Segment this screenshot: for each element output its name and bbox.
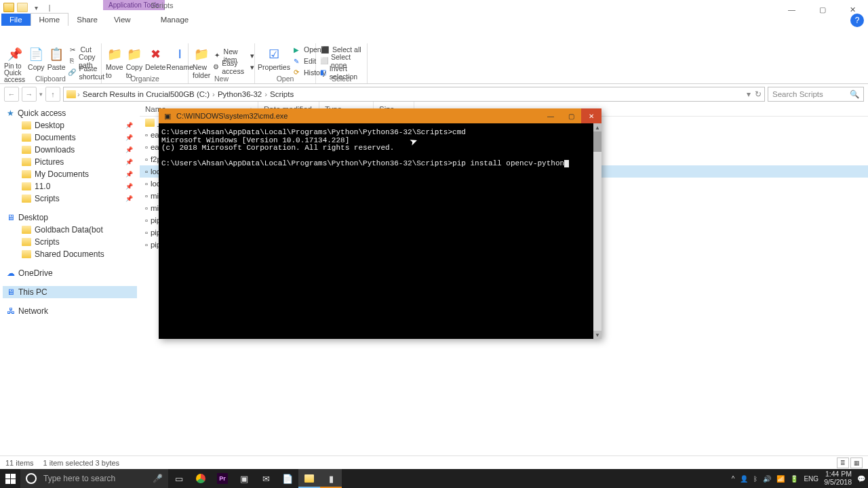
notepad-icon[interactable]: 📄 bbox=[277, 469, 298, 488]
chrome-icon[interactable] bbox=[190, 469, 212, 488]
pin-icon: 📌 bbox=[125, 195, 133, 202]
app-icon[interactable]: ▣ bbox=[233, 469, 255, 488]
copy-to-button[interactable]: 📁Copy to bbox=[126, 45, 143, 77]
sidebar-item[interactable]: Desktop📌 bbox=[3, 119, 137, 131]
star-icon: ★ bbox=[7, 108, 14, 118]
tab-manage[interactable]: Manage bbox=[153, 14, 197, 26]
language-icon[interactable]: ENG bbox=[804, 475, 818, 483]
bluetooth-icon[interactable]: ᛒ bbox=[753, 475, 757, 483]
breadcrumb[interactable]: Search Results in Crucial500GB (C:) bbox=[81, 90, 211, 98]
cmd-maximize-button[interactable]: ▢ bbox=[561, 108, 581, 123]
cmd-close-button[interactable]: ✕ bbox=[581, 108, 601, 123]
move-to-button[interactable]: 📁Move to bbox=[106, 45, 123, 77]
sidebar-onedrive[interactable]: ☁OneDrive bbox=[3, 267, 137, 279]
sidebar-network[interactable]: 🖧Network bbox=[3, 305, 137, 317]
address-bar[interactable]: › Search Results in Crucial500GB (C:)› P… bbox=[63, 87, 765, 102]
help-icon[interactable]: ? bbox=[850, 14, 864, 27]
tab-home[interactable]: Home bbox=[31, 13, 69, 26]
cmd-window: ▣ C:\WINDOWS\system32\cmd.exe — ▢ ✕ C:\U… bbox=[159, 108, 601, 339]
paste-icon: 📋 bbox=[48, 47, 64, 62]
pin-icon: 📌 bbox=[125, 159, 133, 165]
dropdown-icon[interactable]: ▾ bbox=[747, 89, 751, 99]
paste-button[interactable]: 📋Paste bbox=[47, 45, 66, 77]
folder-icon bbox=[22, 158, 31, 166]
pin-icon: 📌 bbox=[125, 183, 133, 190]
minimize-button[interactable]: — bbox=[776, 0, 807, 19]
folder-icon bbox=[145, 119, 155, 127]
tab-share[interactable]: Share bbox=[68, 14, 106, 26]
file-icon: ▫ bbox=[145, 143, 148, 151]
sidebar-item[interactable]: Pictures📌 bbox=[3, 156, 137, 168]
group-label: Organize bbox=[102, 75, 188, 83]
wifi-icon[interactable]: 📶 bbox=[776, 475, 785, 483]
cmd-titlebar[interactable]: ▣ C:\WINDOWS\system32\cmd.exe — ▢ ✕ bbox=[159, 108, 601, 123]
folder-icon bbox=[22, 250, 31, 258]
cmd-scrollbar[interactable]: ▲ ▼ bbox=[593, 123, 601, 339]
cmd-output[interactable]: C:\Users\Ahsan\AppData\Local\Programs\Py… bbox=[159, 123, 601, 171]
sidebar-item[interactable]: Downloads📌 bbox=[3, 144, 137, 156]
outlook-icon[interactable]: ✉ bbox=[255, 469, 277, 488]
sidebar-item[interactable]: Documents📌 bbox=[3, 131, 137, 144]
navigation-pane: ★Quick access Desktop📌Documents📌Download… bbox=[0, 102, 140, 485]
maximize-button[interactable]: ▢ bbox=[807, 0, 837, 19]
breadcrumb[interactable]: Scripts bbox=[269, 90, 295, 98]
search-input[interactable]: Search Scripts🔍 bbox=[768, 87, 864, 102]
sidebar-item[interactable]: Goldbach Data(bot bbox=[3, 224, 137, 236]
file-icon: ▫ bbox=[145, 204, 148, 212]
file-icon: ▫ bbox=[145, 155, 148, 163]
new-folder-button[interactable]: 📁New folder bbox=[193, 45, 210, 77]
folder-icon bbox=[22, 195, 31, 203]
easy-access-button[interactable]: ⚙Easy access ▾ bbox=[213, 62, 254, 72]
tab-view[interactable]: View bbox=[106, 14, 139, 26]
group-label: Clipboard bbox=[0, 75, 101, 83]
clock[interactable]: 1:44 PM9/5/2018 bbox=[824, 470, 852, 486]
properties-button[interactable]: ☑Properties bbox=[259, 45, 289, 77]
task-view-button[interactable]: ▭ bbox=[168, 469, 190, 488]
tray-icon[interactable]: ^ bbox=[732, 475, 735, 483]
delete-button[interactable]: ✖Delete bbox=[145, 45, 165, 77]
scroll-down-icon[interactable]: ▼ bbox=[593, 331, 601, 339]
sidebar-item[interactable]: 🖥Desktop bbox=[3, 211, 137, 224]
scroll-thumb[interactable] bbox=[593, 131, 601, 152]
new-folder-icon: 📁 bbox=[193, 47, 210, 62]
cortana-icon bbox=[26, 473, 37, 484]
copy-icon: 📄 bbox=[28, 47, 44, 62]
cmd-minimize-button[interactable]: — bbox=[540, 108, 561, 123]
sidebar-item[interactable]: 11.0📌 bbox=[3, 180, 137, 192]
notifications-icon[interactable]: 💬 bbox=[857, 475, 865, 483]
refresh-icon[interactable]: ↻ bbox=[755, 89, 762, 99]
scroll-up-icon[interactable]: ▲ bbox=[593, 123, 601, 131]
people-icon[interactable]: 👤 bbox=[740, 475, 748, 483]
breadcrumb[interactable]: Python36-32 bbox=[216, 90, 263, 98]
group-label: New bbox=[189, 75, 254, 83]
sidebar-item[interactable]: Scripts bbox=[3, 236, 137, 248]
start-button[interactable] bbox=[0, 469, 20, 488]
battery-icon[interactable]: 🔋 bbox=[790, 475, 798, 483]
sidebar-quick-access[interactable]: ★Quick access bbox=[3, 107, 137, 119]
folder-icon bbox=[22, 134, 31, 142]
up-button[interactable]: ↑ bbox=[45, 87, 60, 102]
status-selection: 1 item selected 3 bytes bbox=[43, 459, 120, 467]
cmd-taskbar-icon[interactable]: ▮ bbox=[320, 469, 342, 488]
thumbnails-view-button[interactable]: ▦ bbox=[850, 458, 863, 468]
copy-button[interactable]: 📄Copy bbox=[28, 45, 45, 77]
sidebar-item[interactable]: Shared Documents bbox=[3, 248, 137, 260]
select-all-icon: ⬛ bbox=[320, 45, 330, 54]
sidebar-this-pc[interactable]: 🖥This PC bbox=[3, 286, 137, 298]
details-view-button[interactable]: ≣ bbox=[837, 458, 849, 468]
explorer-icon[interactable] bbox=[298, 469, 320, 488]
copy-to-icon: 📁 bbox=[126, 47, 142, 62]
tab-file[interactable]: File bbox=[1, 14, 31, 26]
back-button[interactable]: ← bbox=[4, 87, 19, 102]
recent-dropdown-icon[interactable]: ▾ bbox=[39, 91, 43, 98]
pin-icon: 📌 bbox=[125, 134, 133, 141]
volume-icon[interactable]: 🔊 bbox=[763, 475, 771, 483]
sidebar-item[interactable]: Scripts📌 bbox=[3, 192, 137, 205]
pin-quick-access-button[interactable]: 📌Pin to Quick access bbox=[4, 45, 25, 77]
forward-button[interactable]: → bbox=[22, 87, 37, 102]
sidebar-item[interactable]: My Documents📌 bbox=[3, 168, 137, 180]
premiere-icon[interactable]: Pr bbox=[212, 469, 233, 488]
taskbar-search[interactable]: Type here to search🎤 bbox=[20, 469, 168, 488]
cmd-title-text: C:\WINDOWS\system32\cmd.exe bbox=[176, 112, 288, 120]
search-icon: 🔍 bbox=[850, 89, 859, 99]
